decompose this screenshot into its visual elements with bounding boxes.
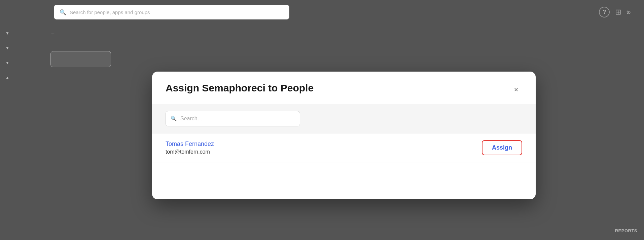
people-list: Tomas Fernandez tom@tomfern.com Assign (152, 133, 536, 162)
dialog-backdrop: Assign Semaphoreci to People × 🔍 (44, 24, 644, 240)
chevron-down-icon: ▼ (5, 61, 9, 65)
chevron-down-icon: ▼ (5, 46, 9, 50)
sidebar-item-2[interactable]: ▼ (5, 46, 38, 50)
chevron-up-icon: ▲ (5, 75, 9, 80)
grid-icon[interactable]: ⊞ (615, 8, 621, 16)
dialog-search-section: 🔍 (152, 104, 536, 133)
chevron-down-icon: ▼ (5, 31, 9, 36)
search-placeholder: Search for people, apps and groups (70, 9, 150, 15)
sidebar-item-1[interactable]: ▼ (5, 31, 38, 36)
top-bar: 🔍 Search for people, apps and groups ? ⊞… (0, 0, 644, 24)
top-bar-label: to (627, 9, 631, 15)
sidebar-item-4[interactable]: ▲ (5, 75, 38, 80)
search-icon: 🔍 (60, 9, 66, 15)
top-bar-right: ? ⊞ to (599, 7, 631, 17)
dialog-header: Assign Semaphoreci to People × (152, 72, 536, 104)
assign-dialog: Assign Semaphoreci to People × 🔍 (152, 72, 536, 199)
dialog-title: Assign Semaphoreci to People (166, 82, 314, 94)
person-info: Tomas Fernandez tom@tomfern.com (166, 141, 214, 155)
dialog-search-field[interactable]: 🔍 (166, 111, 300, 126)
person-name: Tomas Fernandez (166, 141, 214, 148)
person-email: tom@tomfern.com (166, 149, 214, 155)
sidebar: ▼ ▼ ▼ ▲ (0, 24, 44, 240)
assign-button[interactable]: Assign (482, 140, 522, 155)
help-icon[interactable]: ? (599, 7, 610, 17)
background-overlay: 🔍 Search for people, apps and groups ? ⊞… (0, 0, 644, 240)
person-row: Tomas Fernandez tom@tomfern.com Assign (152, 133, 536, 162)
global-search-bar[interactable]: 🔍 Search for people, apps and groups (54, 5, 289, 19)
close-button[interactable]: × (510, 84, 522, 96)
content-area: ▼ ▼ ▼ ▲ ← REPORTS (0, 24, 644, 240)
main-area: ← REPORTS Assign Semaphoreci to People × (44, 24, 644, 240)
search-icon: 🔍 (171, 116, 177, 122)
search-input[interactable] (180, 116, 295, 122)
sidebar-item-3[interactable]: ▼ (5, 61, 38, 65)
